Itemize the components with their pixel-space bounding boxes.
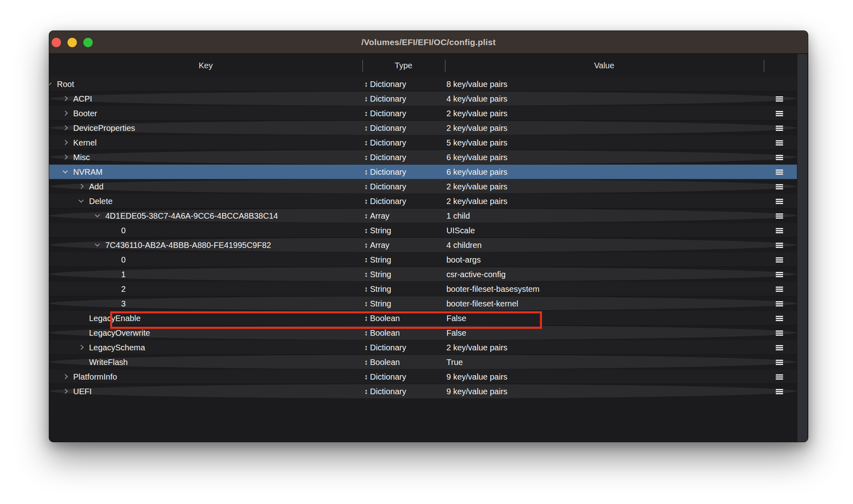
row-value[interactable]: 2 key/value pairs — [446, 194, 507, 209]
row-type-dropdown[interactable]: ↕ Dictionary — [364, 91, 406, 106]
table-row[interactable]: 3 ↕ String booter-fileset-kernel — [49, 296, 797, 311]
row-type-dropdown[interactable]: ↕ String — [364, 296, 391, 311]
chevron-right-icon[interactable] — [63, 154, 68, 160]
hamburger-menu-icon[interactable] — [776, 111, 783, 116]
hamburger-menu-icon[interactable] — [776, 345, 783, 350]
row-type-dropdown[interactable]: ↕ Dictionary — [364, 106, 406, 121]
row-value[interactable]: 2 key/value pairs — [446, 340, 507, 355]
table-row[interactable]: LegacySchema ↕ Dictionary 2 key/value pa… — [49, 340, 797, 355]
table-row[interactable]: Misc ↕ Dictionary 6 key/value pairs — [49, 150, 797, 165]
row-value[interactable]: booter-fileset-basesystem — [446, 282, 540, 296]
hamburger-menu-icon[interactable] — [776, 96, 783, 102]
row-value[interactable]: 9 key/value pairs — [446, 384, 507, 399]
row-type-dropdown[interactable]: ↕ Boolean — [364, 326, 400, 340]
hamburger-menu-icon[interactable] — [776, 243, 783, 248]
hamburger-menu-icon[interactable] — [776, 360, 783, 365]
table-row[interactable]: Booter ↕ Dictionary 2 key/value pairs — [49, 106, 797, 121]
chevron-right-icon[interactable] — [63, 374, 68, 379]
row-value[interactable]: 4 key/value pairs — [446, 91, 507, 106]
row-type-dropdown[interactable]: ↕ Dictionary — [364, 121, 406, 135]
table-row[interactable]: 4D1EDE05-38C7-4A6A-9CC6-4BCCA8B38C14 ↕ A… — [49, 209, 797, 223]
row-value[interactable]: 5 key/value pairs — [446, 135, 507, 150]
chevron-right-icon[interactable] — [78, 184, 84, 189]
row-value[interactable]: False — [446, 311, 466, 326]
hamburger-menu-icon[interactable] — [776, 199, 783, 204]
row-value[interactable]: 2 key/value pairs — [446, 121, 507, 135]
title-bar[interactable]: /Volumes/EFI/EFI/OC/config.plist — [49, 31, 808, 54]
row-type-dropdown[interactable]: ↕ String — [364, 267, 391, 282]
chevron-right-icon[interactable] — [63, 96, 68, 101]
hamburger-menu-icon[interactable] — [776, 228, 783, 233]
row-value[interactable]: 2 key/value pairs — [446, 106, 507, 121]
chevron-right-icon[interactable] — [78, 345, 84, 350]
row-type-dropdown[interactable]: ↕ Dictionary — [364, 135, 406, 150]
hamburger-menu-icon[interactable] — [776, 257, 783, 263]
hamburger-menu-icon[interactable] — [776, 140, 783, 146]
table-row[interactable]: 7C436110-AB2A-4BBB-A880-FE41995C9F82 ↕ A… — [49, 238, 797, 252]
table-row[interactable]: 0 ↕ String UIScale — [49, 223, 797, 238]
close-button[interactable] — [52, 38, 61, 47]
row-type-dropdown[interactable]: ↕ Boolean — [364, 311, 400, 326]
table-row[interactable]: PlatformInfo ↕ Dictionary 9 key/value pa… — [49, 369, 797, 384]
scrollbar-track[interactable] — [797, 54, 808, 442]
chevron-down-icon[interactable] — [95, 241, 100, 247]
chevron-down-icon[interactable] — [95, 212, 100, 217]
table-row[interactable]: ACPI ↕ Dictionary 4 key/value pairs — [49, 91, 797, 106]
hamburger-menu-icon[interactable] — [776, 184, 783, 189]
row-value[interactable]: 6 key/value pairs — [446, 165, 507, 179]
hamburger-menu-icon[interactable] — [776, 301, 783, 306]
chevron-right-icon[interactable] — [63, 125, 68, 130]
table-row[interactable]: Kernel ↕ Dictionary 5 key/value pairs — [49, 135, 797, 150]
zoom-button[interactable] — [83, 38, 93, 47]
hamburger-menu-icon[interactable] — [776, 126, 783, 131]
chevron-down-icon[interactable] — [78, 198, 84, 203]
row-type-dropdown[interactable]: ↕ Dictionary — [364, 194, 406, 209]
row-type-dropdown[interactable]: ↕ Dictionary — [364, 384, 406, 399]
row-type-dropdown[interactable]: ↕ Dictionary — [364, 165, 406, 179]
row-value[interactable]: 9 key/value pairs — [446, 369, 507, 384]
table-row[interactable]: Add ↕ Dictionary 2 key/value pairs — [49, 179, 797, 194]
chevron-right-icon[interactable] — [63, 389, 68, 394]
row-value[interactable]: 6 key/value pairs — [446, 150, 507, 165]
chevron-right-icon[interactable] — [63, 111, 68, 116]
table-row[interactable]: 2 ↕ String booter-fileset-basesystem — [49, 282, 797, 296]
row-type-dropdown[interactable]: ↕ String — [364, 252, 391, 267]
chevron-right-icon[interactable] — [63, 140, 68, 145]
table-row[interactable]: 0 ↕ String boot-args — [49, 252, 797, 267]
hamburger-menu-icon[interactable] — [776, 389, 783, 394]
table-row[interactable]: UEFI ↕ Dictionary 9 key/value pairs — [49, 384, 797, 399]
row-type-dropdown[interactable]: ↕ Dictionary — [364, 179, 406, 194]
hamburger-menu-icon[interactable] — [776, 330, 783, 336]
table-row[interactable]: LegacyOverwrite ↕ Boolean False — [49, 326, 797, 340]
row-type-dropdown[interactable]: ↕ Dictionary — [364, 340, 406, 355]
row-type-dropdown[interactable]: ↕ String — [364, 282, 391, 296]
table-row[interactable]: Delete ↕ Dictionary 2 key/value pairs — [49, 194, 797, 209]
row-type-dropdown[interactable]: ↕ Dictionary — [364, 369, 406, 384]
table-row[interactable]: WriteFlash ↕ Boolean True — [49, 355, 797, 369]
row-type-dropdown[interactable]: ↕ Array — [364, 238, 390, 252]
table-row[interactable]: Root ↕ Dictionary 8 key/value pairs — [49, 77, 797, 91]
hamburger-menu-icon[interactable] — [776, 374, 783, 380]
row-type-dropdown[interactable]: ↕ Dictionary — [364, 77, 406, 91]
row-value[interactable]: UIScale — [446, 223, 475, 238]
table-row[interactable]: 1 ↕ String csr-active-config — [49, 267, 797, 282]
chevron-down-icon[interactable] — [63, 168, 68, 174]
row-value[interactable]: 8 key/value pairs — [446, 77, 507, 91]
chevron-down-icon[interactable] — [49, 80, 52, 86]
hamburger-menu-icon[interactable] — [776, 287, 783, 292]
table-row[interactable]: DeviceProperties ↕ Dictionary 2 key/valu… — [49, 121, 797, 135]
row-value[interactable]: 1 child — [446, 209, 470, 223]
table-row[interactable]: LegacyEnable ↕ Boolean False — [49, 311, 797, 326]
row-value[interactable]: csr-active-config — [446, 267, 506, 282]
row-value[interactable]: 2 key/value pairs — [446, 179, 507, 194]
table-row[interactable]: NVRAM ↕ Dictionary 6 key/value pairs — [49, 165, 797, 179]
row-type-dropdown[interactable]: ↕ Dictionary — [364, 150, 406, 165]
row-type-dropdown[interactable]: ↕ String — [364, 223, 391, 238]
hamburger-menu-icon[interactable] — [776, 272, 783, 277]
hamburger-menu-icon[interactable] — [776, 213, 783, 219]
row-value[interactable]: False — [446, 326, 466, 340]
row-value[interactable]: boot-args — [446, 252, 481, 267]
row-type-dropdown[interactable]: ↕ Boolean — [364, 355, 400, 369]
hamburger-menu-icon[interactable] — [776, 155, 783, 160]
hamburger-menu-icon[interactable] — [776, 169, 783, 175]
